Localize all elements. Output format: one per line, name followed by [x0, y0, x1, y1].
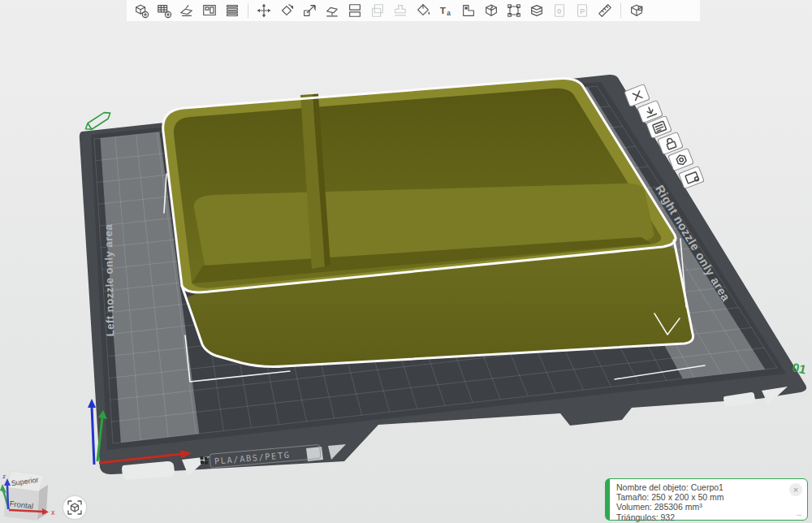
plugin-tool-button[interactable] — [625, 1, 648, 20]
cube-z-axis-label: z — [2, 473, 6, 480]
text-tool-button[interactable]: Ta — [434, 1, 457, 20]
add-plate-button[interactable] — [153, 1, 175, 20]
main-toolbar: Ta0P — [127, 0, 700, 21]
clone-object-button[interactable] — [366, 1, 389, 20]
variable-layers-button[interactable] — [525, 1, 548, 20]
paint-tool-button[interactable] — [412, 1, 434, 20]
info-triangles: Triángulos: 932 — [616, 512, 801, 522]
view-cube[interactable]: Superior Frontal x z — [0, 471, 55, 521]
svg-text:T: T — [440, 5, 447, 16]
divider-1 — [248, 3, 248, 18]
object-list-icon — [224, 2, 240, 19]
paint-tool-icon — [415, 2, 431, 19]
measure-tool-button[interactable] — [594, 1, 616, 20]
arrange-panels-icon — [201, 2, 218, 19]
add-model-icon — [133, 2, 149, 19]
object-list-button[interactable] — [221, 1, 244, 20]
viewport-3d[interactable]: PLA/ABS/PETG Left nozzle only area Right… — [0, 0, 812, 523]
z-axis-arrow-icon — [88, 399, 96, 408]
stamp-tool-button[interactable] — [389, 1, 412, 20]
fit-view-icon — [67, 499, 83, 516]
variable-layers-icon — [529, 2, 545, 19]
left-zone-label: Left nozzle only area — [102, 224, 116, 337]
edit-pencil-icon — [84, 110, 112, 132]
doc-zero-icon: 0 — [551, 2, 568, 19]
split-object-icon — [347, 2, 363, 19]
move-tool-button[interactable] — [253, 1, 275, 20]
measure-tool-icon — [597, 2, 613, 19]
mesh-cut-icon — [483, 2, 499, 19]
scale-tool-button[interactable] — [298, 1, 321, 20]
seam-tool-icon — [506, 2, 522, 19]
doc-p-button[interactable]: P — [571, 1, 594, 20]
auto-orient-button[interactable] — [175, 1, 198, 20]
stamp-tool-icon — [392, 2, 408, 19]
divider-2 — [620, 3, 621, 18]
info-volume: Volumen: 285306 mm³ — [616, 502, 801, 512]
corner-tag: 01 — [791, 360, 807, 376]
info-size: Tamaño: 250 x 200 x 50 mm — [616, 492, 801, 502]
material-color-icon — [683, 169, 700, 186]
drop-to-plate-icon — [641, 103, 659, 120]
lock-icon — [662, 135, 679, 152]
info-object-name: Nombre del objeto: Cuerpo1 — [616, 482, 801, 492]
place-on-face-button[interactable] — [321, 1, 343, 20]
object-info-icon — [650, 119, 667, 136]
close-icon — [628, 87, 646, 104]
primitive-tool-button[interactable] — [457, 1, 480, 20]
add-model-button[interactable] — [130, 1, 153, 20]
settings-icon — [672, 151, 689, 168]
seam-tool-button[interactable] — [503, 1, 525, 20]
info-panel-resize-handle[interactable]: – — [797, 509, 801, 519]
arrange-panels-button[interactable] — [198, 1, 221, 20]
text-tool-icon: Ta — [438, 2, 454, 19]
doc-p-icon: P — [574, 2, 590, 19]
split-object-button[interactable] — [343, 1, 366, 20]
plugin-tool-icon — [628, 2, 645, 19]
svg-text:P: P — [580, 7, 585, 15]
auto-orient-icon — [179, 2, 195, 19]
rotate-tool-icon — [279, 2, 295, 19]
info-panel-close-button[interactable]: × — [789, 483, 802, 496]
cube-x-axis-label: x — [51, 508, 55, 517]
add-plate-icon — [156, 2, 172, 19]
primitive-tool-icon — [460, 2, 477, 19]
scale-tool-icon — [301, 2, 317, 19]
clone-object-icon — [369, 2, 386, 19]
rotate-tool-button[interactable] — [275, 1, 298, 20]
doc-zero-button[interactable]: 0 — [548, 1, 571, 20]
place-on-face-icon — [324, 2, 340, 19]
move-tool-icon — [256, 2, 272, 19]
scene-canvas: PLA/ABS/PETG Left nozzle only area Right… — [0, 0, 812, 523]
svg-text:0: 0 — [557, 7, 561, 15]
object-info-panel: Nombre del objeto: Cuerpo1 Tamaño: 250 x… — [605, 478, 808, 521]
svg-text:a: a — [447, 10, 451, 17]
mesh-cut-button[interactable] — [480, 1, 503, 20]
fit-view-button[interactable] — [63, 496, 86, 519]
